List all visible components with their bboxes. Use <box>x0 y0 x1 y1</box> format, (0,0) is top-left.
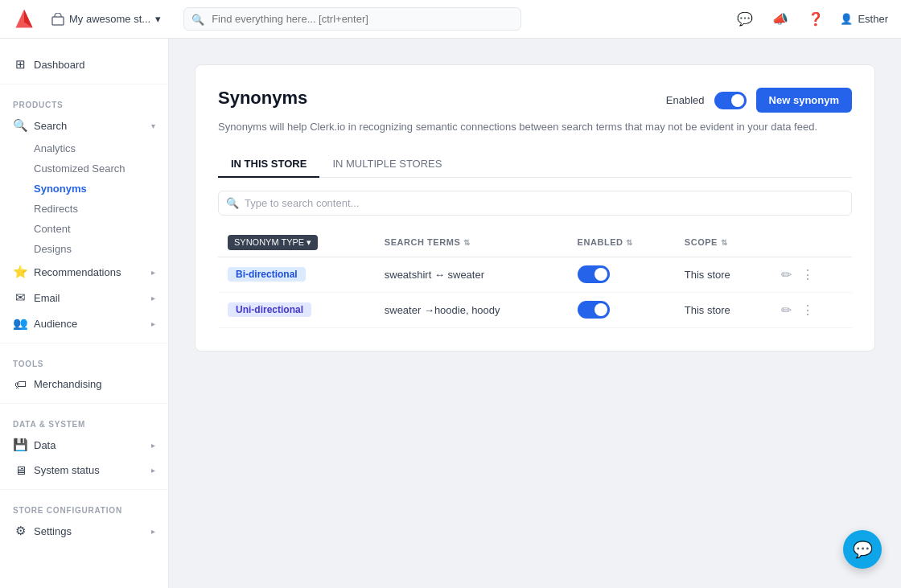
edit-button-0[interactable]: ✏ <box>778 265 795 284</box>
store-config-section-label: STORE CONFIGURATION <box>0 496 168 518</box>
synonyms-card: Synonyms Enabled New synonym Synonyms wi… <box>195 64 875 352</box>
synonym-type-badge[interactable]: Bi-directional <box>228 267 306 282</box>
user-icon: 👤 <box>840 13 853 25</box>
col-scope: SCOPE ⇅ <box>675 228 768 257</box>
cell-terms-0: sweatshirt ↔ sweater <box>375 257 568 292</box>
row-actions-0: ✏ ⋮ <box>778 265 842 284</box>
chevron-down-icon: ▾ <box>155 13 161 25</box>
sidebar-sub-designs[interactable]: Designs <box>34 239 168 259</box>
chat-icon-btn[interactable]: 💬 <box>734 8 756 30</box>
store-icon <box>51 13 64 26</box>
chevron-icon6: ▸ <box>151 466 155 475</box>
search-icon: 🔍 <box>191 13 204 25</box>
col-actions <box>768 228 852 257</box>
top-nav: My awesome st... ▾ 🔍 💬 📣 ❓ 👤 Esther <box>0 0 901 39</box>
sidebar-item-search[interactable]: 🔍 Search ▾ <box>0 113 168 138</box>
sidebar-item-data[interactable]: 💾 Data ▸ <box>0 432 168 458</box>
scope-sort-icon[interactable]: ⇅ <box>721 238 728 247</box>
data-label: Data <box>34 439 56 451</box>
more-button-0[interactable]: ⋮ <box>798 265 817 284</box>
search-nav-icon: 🔍 <box>13 118 27 133</box>
page-title: Synonyms <box>218 88 307 109</box>
page-header: Synonyms Enabled New synonym <box>218 88 852 113</box>
chevron-icon3: ▸ <box>151 294 155 302</box>
sidebar-sub-redirects[interactable]: Redirects <box>34 199 168 219</box>
user-menu-btn[interactable]: 👤 Esther <box>840 13 888 25</box>
cell-enabled-1 <box>568 292 675 327</box>
search-terms-sort-icon[interactable]: ⇅ <box>463 238 471 247</box>
settings-icon: ⚙ <box>13 524 27 538</box>
sidebar-item-merchandising[interactable]: 🏷 Merchandising <box>0 372 168 397</box>
row-toggle-0[interactable] <box>578 265 610 283</box>
col-enabled: ENABLED ⇅ <box>568 228 675 257</box>
sidebar-sub-analytics[interactable]: Analytics <box>34 138 168 158</box>
enabled-label: Enabled <box>666 94 705 106</box>
global-search-input[interactable] <box>183 7 521 31</box>
recommendations-label: Recommendations <box>34 266 121 278</box>
sidebar-item-audience[interactable]: 👥 Audience ▸ <box>0 310 168 336</box>
notifications-icon-btn[interactable]: 📣 <box>769 8 792 30</box>
sidebar-item-system-status[interactable]: 🖥 System status ▸ <box>0 458 168 483</box>
chevron-icon4: ▸ <box>151 319 155 328</box>
sidebar-item-email[interactable]: ✉ Email ▸ <box>0 285 168 310</box>
layout: ⊞ Dashboard PRODUCTS 🔍 Search ▾ Analytic… <box>0 39 901 588</box>
table-body: Bi-directional sweatshirt ↔ sweater This… <box>218 257 852 327</box>
sidebar-sub-synonyms[interactable]: Synonyms <box>34 179 168 199</box>
table-row: Uni-directional sweater →hoodie, hoody T… <box>218 292 852 327</box>
enabled-sort-icon[interactable]: ⇅ <box>626 238 633 247</box>
tools-section-label: TOOLS <box>0 350 168 372</box>
system-status-icon: 🖥 <box>13 463 27 477</box>
cell-scope-0: This store <box>675 257 768 292</box>
data-icon: 💾 <box>13 438 27 452</box>
cell-actions-1: ✏ ⋮ <box>768 292 852 327</box>
synonym-type-filter-btn[interactable]: SYNONYM TYPE ▾ <box>228 235 318 250</box>
new-synonym-button[interactable]: New synonym <box>756 88 852 113</box>
sidebar-item-recommendations[interactable]: ⭐ Recommendations ▸ <box>0 259 168 285</box>
table-header: SYNONYM TYPE ▾ SEARCH TERMS ⇅ ENABLED ⇅ … <box>218 228 852 257</box>
search-label: Search <box>34 120 67 132</box>
email-label: Email <box>34 292 60 304</box>
merchandising-icon: 🏷 <box>13 377 27 391</box>
synonym-type-badge[interactable]: Uni-directional <box>228 302 311 317</box>
sidebar-item-settings[interactable]: ⚙ Settings ▸ <box>0 518 168 544</box>
cell-enabled-0 <box>568 257 675 292</box>
cell-type-1: Uni-directional <box>218 292 375 327</box>
enabled-toggle[interactable] <box>714 92 747 109</box>
help-icon-btn[interactable]: ❓ <box>804 8 827 30</box>
cell-type-0: Bi-directional <box>218 257 375 292</box>
table-search-input[interactable] <box>218 191 852 216</box>
audience-label: Audience <box>34 318 77 330</box>
recommendations-icon: ⭐ <box>13 265 27 279</box>
sidebar: ⊞ Dashboard PRODUCTS 🔍 Search ▾ Analytic… <box>0 39 169 588</box>
tab-in-this-store[interactable]: IN THIS STORE <box>218 151 319 178</box>
nav-actions: 💬 📣 ❓ 👤 Esther <box>734 8 888 30</box>
audience-icon: 👥 <box>13 316 27 331</box>
tab-in-multiple-stores[interactable]: IN MULTIPLE STORES <box>319 151 455 178</box>
sidebar-sub-customized-search[interactable]: Customized Search <box>34 158 168 179</box>
svg-rect-2 <box>52 17 64 25</box>
system-status-label: System status <box>34 464 100 476</box>
products-section-label: PRODUCTS <box>0 91 168 113</box>
email-icon: ✉ <box>13 290 27 305</box>
search-submenu: Analytics Customized Search Synonyms Red… <box>0 138 168 259</box>
cell-scope-1: This store <box>675 292 768 327</box>
store-tabs: IN THIS STORE IN MULTIPLE STORES <box>218 151 852 178</box>
store-selector[interactable]: My awesome st... ▾ <box>45 10 167 29</box>
synonyms-table: SYNONYM TYPE ▾ SEARCH TERMS ⇅ ENABLED ⇅ … <box>218 228 852 328</box>
col-synonym-type: SYNONYM TYPE ▾ <box>218 228 375 257</box>
sidebar-sub-content[interactable]: Content <box>34 219 168 239</box>
chat-support-bubble[interactable]: 💬 <box>843 530 882 569</box>
cell-actions-0: ✏ ⋮ <box>768 257 852 292</box>
dashboard-icon: ⊞ <box>13 57 27 72</box>
chevron-icon2: ▸ <box>151 268 155 277</box>
main-content: Synonyms Enabled New synonym Synonyms wi… <box>169 39 901 588</box>
chevron-icon5: ▸ <box>151 441 155 450</box>
more-button-1[interactable]: ⋮ <box>798 301 817 319</box>
merchandising-label: Merchandising <box>34 378 102 390</box>
edit-button-1[interactable]: ✏ <box>778 301 795 319</box>
sidebar-item-dashboard[interactable]: ⊞ Dashboard <box>0 51 168 77</box>
settings-label: Settings <box>34 525 72 537</box>
header-right: Enabled New synonym <box>666 88 852 113</box>
row-toggle-1[interactable] <box>578 301 610 319</box>
sidebar-dashboard-label: Dashboard <box>34 59 85 71</box>
